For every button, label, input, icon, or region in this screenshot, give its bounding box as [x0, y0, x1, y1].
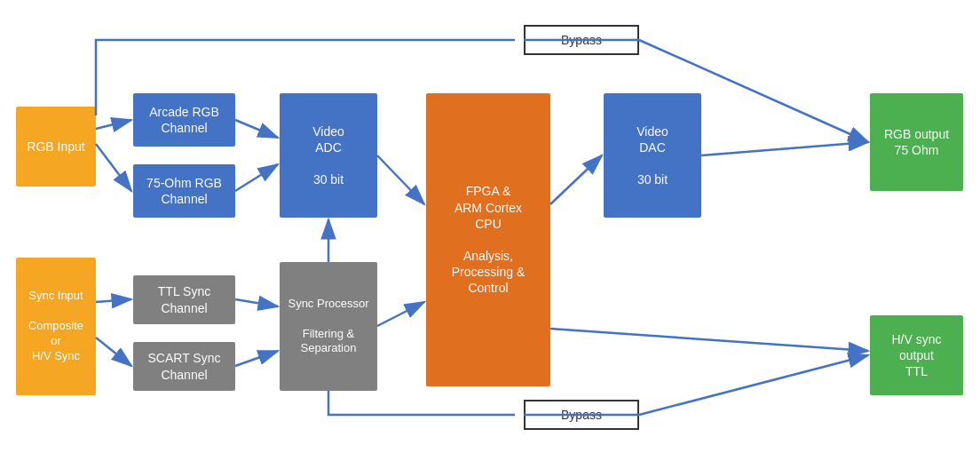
- svg-line-14: [701, 142, 868, 155]
- fpga-block: FPGA &ARM CortexCPUAnalysis,Processing &…: [426, 93, 550, 386]
- svg-line-12: [377, 302, 424, 326]
- svg-line-15: [550, 329, 868, 351]
- svg-line-2: [96, 120, 131, 129]
- svg-line-3: [96, 144, 131, 191]
- bypass-bottom-box: Bypass: [524, 400, 639, 430]
- svg-line-7: [96, 299, 131, 302]
- hv-sync-output-block: H/V syncoutputTTL: [870, 315, 963, 395]
- ttl-sync-block: TTL SyncChannel: [133, 275, 235, 324]
- arcade-rgb-block: Arcade RGBChannel: [133, 93, 235, 147]
- rgb-output-block: RGB output75 Ohm: [870, 93, 963, 191]
- svg-line-18: [639, 355, 868, 415]
- sync-input-block: Sync InputCompositeorH/V Sync: [16, 258, 96, 395]
- svg-line-8: [96, 338, 131, 366]
- svg-line-13: [550, 155, 602, 204]
- scart-sync-block: SCART SyncChannel: [133, 342, 235, 391]
- svg-line-10: [235, 351, 278, 366]
- sync-processor-block: Sync ProcessorFiltering &Separation: [280, 262, 377, 391]
- video-dac-block: VideoDAC30 bit: [604, 93, 701, 218]
- svg-line-9: [235, 299, 278, 306]
- bypass-top-box: Bypass: [524, 25, 639, 55]
- svg-line-6: [377, 155, 424, 204]
- video-adc-block: VideoADC30 bit: [280, 93, 377, 218]
- diagram: RGB Input Sync InputCompositeorH/V Sync …: [0, 0, 980, 453]
- rgb-input-block: RGB Input: [16, 107, 96, 187]
- ohm75-rgb-block: 75-Ohm RGBChannel: [133, 164, 235, 218]
- svg-line-5: [235, 164, 278, 191]
- svg-line-4: [235, 120, 278, 138]
